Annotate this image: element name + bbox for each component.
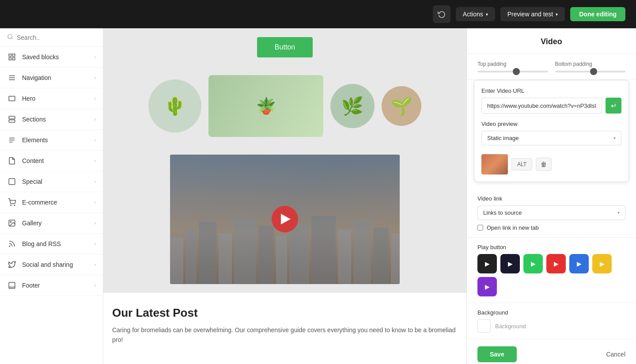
sections-icon	[7, 114, 17, 124]
saved-blocks-chevron: ›	[94, 54, 96, 60]
cancel-button[interactable]: Cancel	[606, 351, 625, 358]
select-arrow-icon: ▾	[613, 136, 616, 140]
video-wrapper[interactable]	[170, 155, 400, 284]
play-btn-default[interactable]: ▶	[477, 254, 497, 273]
background-color-swatch[interactable]	[477, 319, 491, 333]
blog-title: Our Latest Post	[112, 306, 458, 320]
svg-rect-33	[353, 220, 371, 284]
special-label: Special	[22, 178, 89, 185]
done-editing-button[interactable]: Done editing	[570, 7, 625, 21]
video-preview-select[interactable]: Static image ▾	[481, 131, 621, 145]
save-button[interactable]: Save	[477, 346, 517, 362]
bottom-padding-group: Bottom padding	[555, 61, 626, 72]
play-btn-dark[interactable]: ▶	[500, 254, 520, 273]
sidebar-item-special[interactable]: Special ›	[0, 171, 103, 192]
sidebar-item-saved-blocks[interactable]: Saved blocks ›	[0, 47, 103, 68]
svg-rect-26	[219, 233, 232, 284]
search-icon	[7, 34, 13, 41]
video-link-select[interactable]: Links to source ▾	[477, 205, 625, 220]
blog-text: Caring for bromeliads can be overwhelmin…	[112, 325, 458, 345]
sidebar-item-sections[interactable]: Sections ›	[0, 109, 103, 130]
cancel-label: Cancel	[606, 351, 625, 358]
video-link-label: Video link	[477, 195, 625, 202]
bottom-padding-slider[interactable]	[555, 71, 626, 72]
blog-section: Our Latest Post Caring for bromeliads ca…	[103, 293, 466, 354]
play-btn-blue[interactable]: ▶	[569, 254, 589, 273]
svg-rect-27	[234, 218, 256, 284]
preview-label: Preview and test	[507, 11, 553, 18]
url-submit-button[interactable]: ↵	[606, 98, 621, 114]
video-link-section: Video link Links to source ▾ Open link i…	[467, 189, 636, 238]
sidebar-item-navigation[interactable]: Navigation ›	[0, 68, 103, 88]
play-button[interactable]	[272, 206, 298, 232]
plants-section: 🌵 🪴 🌿 🌱	[103, 66, 466, 146]
svg-rect-34	[373, 228, 389, 284]
play-btn-red[interactable]: ▶	[546, 254, 566, 273]
canvas: Button 🌵 🪴 🌿 🌱	[103, 28, 466, 364]
page-content: Button 🌵 🪴 🌿 🌱	[103, 28, 466, 364]
top-padding-thumb[interactable]	[513, 68, 520, 75]
svg-rect-28	[258, 226, 274, 284]
delete-button[interactable]: 🗑	[536, 158, 552, 171]
image-preview-row: ALT 🗑	[481, 154, 621, 174]
video-url-popup: Enter Video URL ↵ Video preview Static i…	[474, 80, 629, 182]
button-section: Button	[103, 28, 466, 66]
blog-rss-icon	[7, 239, 17, 249]
history-button[interactable]	[433, 5, 450, 23]
video-link-value: Links to source	[483, 209, 522, 216]
ecommerce-icon	[7, 197, 17, 207]
svg-point-20	[9, 246, 10, 247]
panel-header: Video	[467, 28, 636, 54]
play-btn-yellow[interactable]: ▶	[592, 254, 612, 273]
sidebar-item-ecommerce[interactable]: E-commerce ›	[0, 192, 103, 213]
preview-button[interactable]: Preview and test ▾	[500, 7, 565, 21]
sidebar-item-content[interactable]: Content ›	[0, 151, 103, 171]
canvas-button[interactable]: Button	[257, 37, 313, 57]
sidebar-item-social-sharing[interactable]: Social and sharing ›	[0, 254, 103, 275]
sidebar-item-hero[interactable]: Hero ›	[0, 88, 103, 109]
hero-chevron: ›	[94, 95, 96, 102]
svg-point-0	[8, 34, 12, 38]
actions-chevron-icon: ▾	[486, 12, 488, 17]
alt-button[interactable]: ALT	[511, 158, 532, 171]
play-btn-purple[interactable]: ▶	[477, 277, 497, 296]
navigation-icon	[7, 73, 17, 83]
svg-rect-35	[391, 233, 400, 284]
plant-rect-1: 🪴	[208, 75, 323, 137]
play-btn-green[interactable]: ▶	[523, 254, 543, 273]
hero-icon	[7, 94, 17, 103]
svg-line-1	[11, 38, 13, 39]
background-text: Background	[495, 323, 526, 330]
svg-rect-10	[9, 116, 15, 119]
url-input-row: ↵	[481, 98, 621, 114]
video-preview-section: Video preview Static image ▾	[481, 121, 621, 151]
sidebar-item-gallery[interactable]: Gallery ›	[0, 213, 103, 234]
ecommerce-chevron: ›	[94, 199, 96, 205]
svg-rect-9	[9, 96, 15, 101]
plant-circle-3: 🌱	[382, 86, 421, 126]
url-label: Enter Video URL	[481, 87, 621, 94]
image-thumbnail[interactable]	[481, 154, 508, 174]
sidebar-item-blog-rss[interactable]: Blog and RSS ›	[0, 234, 103, 254]
svg-rect-31	[311, 216, 336, 284]
sections-label: Sections	[22, 116, 89, 123]
social-sharing-chevron: ›	[94, 262, 96, 268]
main-layout: Saved blocks › Navigation › Hero ›	[0, 28, 636, 364]
content-label: Content	[22, 157, 89, 164]
svg-rect-23	[170, 237, 183, 284]
top-padding-slider[interactable]	[477, 71, 548, 72]
footer-icon	[7, 281, 17, 290]
bottom-padding-thumb[interactable]	[590, 68, 597, 75]
sidebar-item-elements[interactable]: Elements ›	[0, 130, 103, 151]
video-url-input[interactable]	[481, 98, 602, 114]
elements-icon	[7, 135, 17, 145]
plant-circle-1: 🌵	[148, 80, 201, 133]
actions-button[interactable]: Actions ▾	[456, 7, 495, 21]
search-input[interactable]	[17, 34, 96, 41]
content-chevron: ›	[94, 158, 96, 164]
open-new-tab-checkbox[interactable]	[477, 225, 483, 231]
save-cancel-row: Save Cancel	[467, 339, 636, 364]
social-sharing-label: Social and sharing	[22, 261, 89, 268]
svg-rect-4	[9, 58, 11, 60]
sidebar-item-footer[interactable]: Footer ›	[0, 275, 103, 296]
